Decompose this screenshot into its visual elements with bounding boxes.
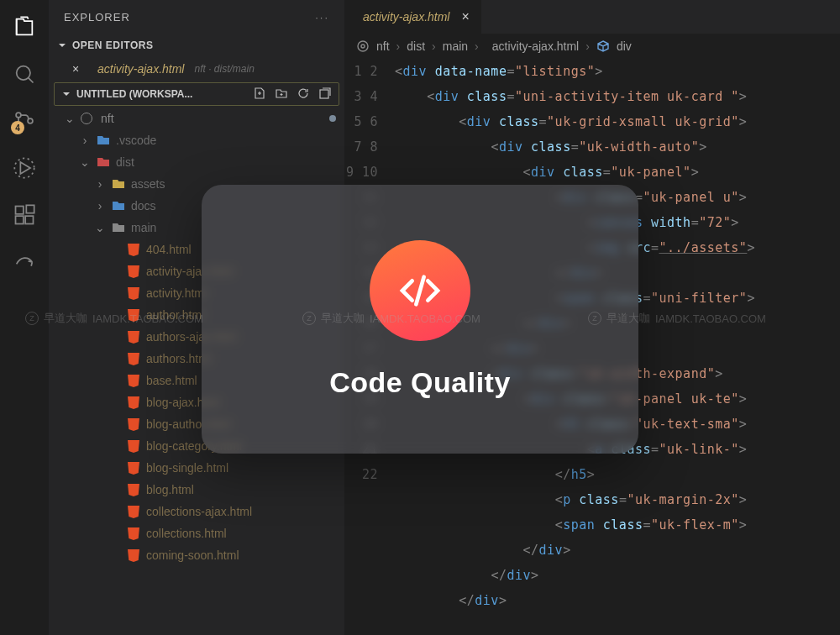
svg-point-10 xyxy=(358,41,368,51)
refresh-icon[interactable] xyxy=(297,87,310,102)
share-icon[interactable] xyxy=(13,250,36,274)
modified-dot-icon xyxy=(329,115,336,122)
html-file-icon xyxy=(126,460,141,475)
folder-icon xyxy=(111,176,126,192)
breadcrumb-sep: › xyxy=(585,39,590,53)
new-file-icon[interactable] xyxy=(253,87,266,102)
chevron-down-icon xyxy=(57,40,67,50)
html-file-icon xyxy=(126,264,141,279)
breadcrumb-item[interactable]: dist xyxy=(407,39,425,53)
extensions-icon[interactable] xyxy=(13,203,36,227)
chevron-right-icon: › xyxy=(94,199,106,213)
tree-file[interactable]: collections.html xyxy=(49,522,344,544)
close-icon[interactable]: × xyxy=(461,9,469,24)
collapse-icon[interactable] xyxy=(318,87,332,102)
tree-file[interactable]: blog-single.html xyxy=(49,457,344,479)
tree-file[interactable]: blog.html xyxy=(49,479,344,501)
workspace-label: UNTITLED (WORKSPA... xyxy=(76,88,192,100)
sidebar-more-icon[interactable]: ··· xyxy=(315,11,329,24)
editor-tab[interactable]: activity-ajax.html × xyxy=(344,0,481,34)
breadcrumb-sep: › xyxy=(475,39,479,53)
html-file-icon xyxy=(126,286,141,301)
open-editor-path: nft · dist/main xyxy=(194,63,254,75)
breadcrumb-sep: › xyxy=(432,39,436,53)
new-folder-icon[interactable] xyxy=(275,87,288,102)
html-file-icon xyxy=(126,438,141,454)
html-file-icon xyxy=(126,351,141,366)
open-editor-item[interactable]: × activity-ajax.html nft · dist/main xyxy=(49,57,344,81)
svg-rect-5 xyxy=(16,207,24,214)
close-icon[interactable]: × xyxy=(72,62,84,76)
open-editors-header[interactable]: OPEN EDITORS xyxy=(49,34,344,57)
svg-point-11 xyxy=(361,45,365,48)
html-file-icon xyxy=(126,526,141,541)
html-file-icon xyxy=(126,373,141,388)
breadcrumb-item[interactable]: main xyxy=(443,39,468,53)
breadcrumb-item[interactable]: div xyxy=(617,39,632,53)
explorer-icon[interactable] xyxy=(13,15,36,39)
folder-icon xyxy=(111,198,126,213)
chevron-down-icon: ⌄ xyxy=(64,112,76,125)
debug-icon[interactable] xyxy=(13,156,36,180)
svg-rect-9 xyxy=(320,90,328,98)
tree-folder[interactable]: ›.vscode xyxy=(49,129,344,151)
tab-label: activity-ajax.html xyxy=(363,10,449,24)
html-file-icon xyxy=(126,504,141,519)
overlay-title: Code Quality xyxy=(329,366,511,399)
sidebar-header: EXPLORER ··· xyxy=(49,0,344,34)
chevron-right-icon: › xyxy=(79,134,91,147)
tree-folder-root[interactable]: ⌄nft xyxy=(49,108,344,129)
chevron-down-icon: ⌄ xyxy=(79,155,91,169)
html-file-icon xyxy=(126,329,141,344)
chevron-right-icon: › xyxy=(94,177,106,191)
chevron-down-icon xyxy=(61,89,71,99)
html-file-icon xyxy=(126,307,141,323)
editor-tabs: activity-ajax.html × xyxy=(344,0,840,34)
open-editor-name: activity-ajax.html xyxy=(97,62,184,76)
svg-point-3 xyxy=(28,118,33,123)
tree-folder[interactable]: ⌄dist xyxy=(49,151,344,173)
workspace-actions xyxy=(253,87,332,102)
breadcrumb-item[interactable]: nft xyxy=(376,39,390,53)
activity-bar: 4 xyxy=(0,0,49,635)
open-editors-label: OPEN EDITORS xyxy=(72,39,153,51)
circle-icon xyxy=(81,113,92,124)
cube-icon xyxy=(596,39,610,53)
breadcrumb-item[interactable]: activity-ajax.html xyxy=(492,39,579,53)
svg-rect-8 xyxy=(26,205,34,213)
search-icon[interactable] xyxy=(13,62,36,86)
html-file-icon xyxy=(126,482,141,497)
target-icon xyxy=(356,39,370,53)
tree-file[interactable]: coming-soon.html xyxy=(49,544,344,566)
source-control-icon[interactable]: 4 xyxy=(13,109,36,133)
source-control-badge: 4 xyxy=(11,121,24,134)
folder-icon xyxy=(96,133,111,148)
breadcrumbs[interactable]: nft›dist›main›activity-ajax.html›div xyxy=(344,34,840,59)
html-file-icon xyxy=(126,395,141,410)
breadcrumb-sep: › xyxy=(396,39,401,53)
sidebar-title: EXPLORER xyxy=(64,11,130,24)
svg-rect-7 xyxy=(25,216,33,223)
workspace-header[interactable]: UNTITLED (WORKSPA... xyxy=(54,82,339,106)
svg-point-0 xyxy=(17,66,30,80)
chevron-down-icon: ⌄ xyxy=(94,221,106,234)
code-icon xyxy=(370,240,470,341)
html-file-icon xyxy=(126,417,141,432)
folder-icon xyxy=(111,220,126,235)
svg-point-1 xyxy=(16,113,21,118)
svg-rect-6 xyxy=(16,216,24,223)
html-file-icon xyxy=(126,242,141,257)
html-file-icon xyxy=(126,548,141,563)
overlay-card: Code Quality xyxy=(202,185,638,454)
folder-icon xyxy=(96,155,111,170)
tree-file[interactable]: collections-ajax.html xyxy=(49,501,344,522)
